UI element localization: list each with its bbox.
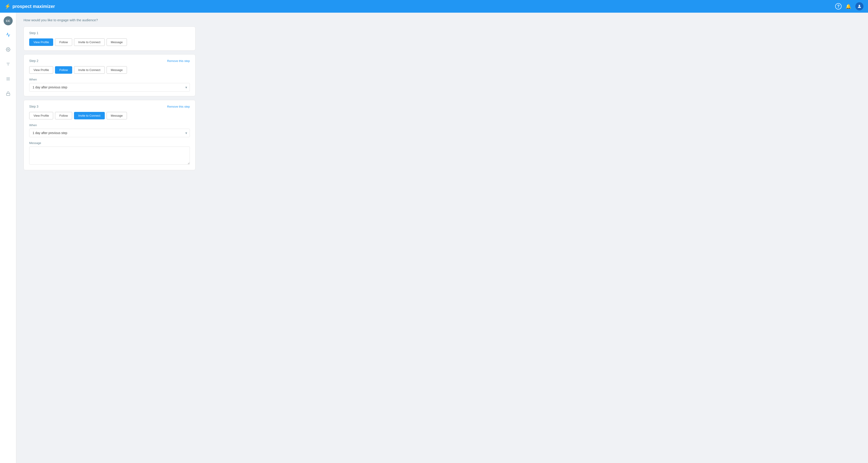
- step-3-remove-link[interactable]: Remove this step: [167, 105, 190, 108]
- app-body: CC How would you like to engage with the…: [0, 13, 868, 463]
- step-1-label: Step 1: [29, 31, 38, 35]
- step-2-header: Step 2 Remove this step: [29, 59, 190, 63]
- step-3-when-label: When: [29, 124, 190, 127]
- app-header: ⚡ prospect maximizer ? 🔔: [0, 0, 868, 13]
- sidebar-item-filters[interactable]: [4, 60, 12, 69]
- sidebar-item-lock[interactable]: [4, 90, 12, 99]
- step-3-message-button[interactable]: Message: [106, 112, 127, 119]
- step-3-message-label: Message: [29, 141, 190, 145]
- step-2-when-select[interactable]: Immediately after previous step 1 day af…: [29, 83, 190, 92]
- header-left: ⚡ prospect maximizer: [4, 3, 55, 9]
- svg-point-0: [859, 5, 860, 6]
- step-2-remove-link[interactable]: Remove this step: [167, 59, 190, 63]
- lightning-icon: ⚡: [4, 3, 11, 9]
- step-3-message-section: Message: [29, 141, 190, 165]
- sidebar: CC: [0, 13, 16, 463]
- sidebar-item-menu[interactable]: [4, 75, 12, 84]
- step-1-header: Step 1: [29, 31, 190, 35]
- user-avatar[interactable]: [855, 2, 864, 10]
- header-right: ? 🔔: [835, 2, 864, 10]
- step-2-view-profile-button[interactable]: View Profile: [29, 66, 53, 74]
- step-2-when-section: When Immediately after previous step 1 d…: [29, 78, 190, 92]
- step-3-invite-connect-button[interactable]: Invite to Connect: [74, 112, 105, 119]
- step-2-when-label: When: [29, 78, 190, 81]
- app-title: prospect maximizer: [12, 4, 55, 9]
- step-1-message-button[interactable]: Message: [106, 38, 127, 46]
- step-2-follow-button[interactable]: Follow: [55, 66, 72, 74]
- step-3-when-select-wrapper: Immediately after previous step 1 day af…: [29, 129, 190, 137]
- step-3-actions: View Profile Follow Invite to Connect Me…: [29, 112, 190, 119]
- step-2-when-select-wrapper: Immediately after previous step 1 day af…: [29, 83, 190, 92]
- step-2-invite-connect-button[interactable]: Invite to Connect: [74, 66, 105, 74]
- step-3-follow-button[interactable]: Follow: [55, 112, 72, 119]
- sidebar-item-settings[interactable]: [4, 45, 12, 55]
- sidebar-item-analytics[interactable]: [4, 31, 12, 40]
- step-3-label: Step 3: [29, 105, 38, 108]
- svg-rect-8: [6, 93, 10, 95]
- step-2-actions: View Profile Follow Invite to Connect Me…: [29, 66, 190, 74]
- step-2-message-button[interactable]: Message: [106, 66, 127, 74]
- step-1-invite-connect-button[interactable]: Invite to Connect: [74, 38, 105, 46]
- step-3-view-profile-button[interactable]: View Profile: [29, 112, 53, 119]
- page-question: How would you like to engage with the au…: [24, 18, 861, 22]
- bell-icon[interactable]: 🔔: [846, 4, 851, 9]
- step-3-message-textarea[interactable]: [29, 146, 190, 165]
- step-3-when-select[interactable]: Immediately after previous step 1 day af…: [29, 129, 190, 137]
- step-1-actions: View Profile Follow Invite to Connect Me…: [29, 38, 190, 46]
- step-3-header: Step 3 Remove this step: [29, 105, 190, 108]
- step-3-card: Step 3 Remove this step View Profile Fol…: [24, 100, 195, 170]
- step-1-follow-button[interactable]: Follow: [55, 38, 72, 46]
- step-1-view-profile-button[interactable]: View Profile: [29, 38, 53, 46]
- step-2-card: Step 2 Remove this step View Profile Fol…: [24, 54, 195, 96]
- main-content: How would you like to engage with the au…: [16, 13, 868, 463]
- step-3-when-section: When Immediately after previous step 1 d…: [29, 124, 190, 137]
- svg-point-1: [7, 49, 9, 50]
- step-1-card: Step 1 View Profile Follow Invite to Con…: [24, 27, 195, 51]
- sidebar-avatar[interactable]: CC: [4, 16, 13, 25]
- help-icon[interactable]: ?: [835, 3, 841, 9]
- step-2-label: Step 2: [29, 59, 38, 63]
